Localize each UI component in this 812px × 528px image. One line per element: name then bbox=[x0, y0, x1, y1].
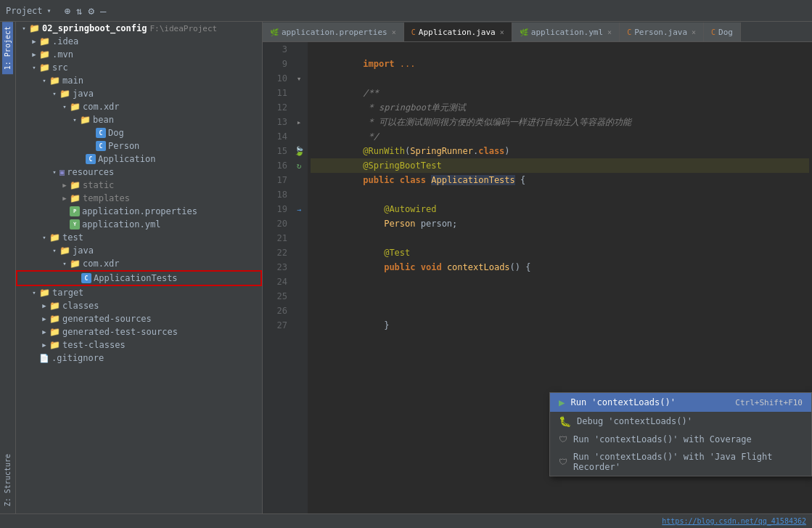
tree-static[interactable]: ▶ 📁 static bbox=[16, 179, 262, 192]
app-props-label: application.properties bbox=[82, 206, 197, 216]
structure-strip-label[interactable]: Z: Structure bbox=[2, 450, 13, 511]
tree-person[interactable]: C Person bbox=[16, 139, 262, 153]
add-icon[interactable]: ⊕ bbox=[65, 5, 70, 17]
resources-icon: ▣ bbox=[60, 167, 65, 177]
test-label: test bbox=[62, 232, 83, 243]
tree-dog[interactable]: C Dog bbox=[16, 126, 262, 139]
code-line-21: @Test bbox=[311, 231, 809, 245]
tab-app-yml[interactable]: 🌿 application.yml × bbox=[512, 23, 620, 41]
tab-yml-icon: 🌿 bbox=[520, 28, 528, 36]
tab-person-close[interactable]: × bbox=[692, 28, 696, 36]
tree-classes[interactable]: ▶ 📁 classes bbox=[16, 299, 262, 312]
classes-arrow: ▶ bbox=[39, 302, 49, 309]
ctx-run-item[interactable]: ▶ Run 'contextLoads()' Ctrl+Shift+F10 bbox=[550, 393, 811, 412]
ctx-coverage-label: Run 'contextLoads()' with Coverage bbox=[573, 434, 752, 444]
project-tree: ▾ 📁 02_springboot_config F:\ideaProject … bbox=[16, 22, 263, 513]
tree-resources[interactable]: ▾ ▣ resources bbox=[16, 166, 262, 179]
tree-app-yml[interactable]: Y application.yml bbox=[16, 218, 262, 231]
gutter-16: ↻ bbox=[293, 158, 305, 173]
tab-java-close[interactable]: × bbox=[500, 28, 504, 36]
gen-test-sources-icon: 📁 bbox=[49, 327, 60, 337]
gen-sources-arrow: ▶ bbox=[39, 315, 49, 322]
line-num-12: 12 bbox=[263, 100, 287, 115]
sort-icon[interactable]: ⇅ bbox=[76, 5, 82, 17]
test-java-arrow: ▾ bbox=[49, 247, 60, 254]
bottom-url[interactable]: https://blog.csdn.net/qq_41584362 bbox=[662, 517, 806, 525]
line-num-10: 10 bbox=[263, 71, 287, 86]
tree-src[interactable]: ▾ 📁 src bbox=[16, 61, 262, 74]
tab-app-java[interactable]: C Application.java × bbox=[404, 23, 512, 41]
test-icon: 📁 bbox=[49, 232, 60, 243]
tab-person-java[interactable]: C Person.java × bbox=[620, 23, 704, 41]
tree-java[interactable]: ▾ 📁 java bbox=[16, 87, 262, 100]
gutter-26 bbox=[293, 304, 305, 318]
minimize-icon[interactable]: — bbox=[100, 5, 106, 17]
tab-dog-java-label: Dog bbox=[718, 28, 733, 37]
tree-app-tests[interactable]: C ApplicationTests bbox=[16, 270, 262, 286]
project-strip-label[interactable]: 1: Project bbox=[2, 22, 13, 74]
settings-icon[interactable]: ⚙ bbox=[88, 5, 94, 17]
dropdown-icon[interactable]: ▾ bbox=[47, 7, 52, 15]
gutter-15: 🍃 bbox=[293, 144, 305, 158]
target-icon: 📁 bbox=[39, 288, 50, 298]
tree-gen-sources[interactable]: ▶ 📁 generated-sources bbox=[16, 312, 262, 325]
tree-root[interactable]: ▾ 📁 02_springboot_config F:\ideaProject bbox=[16, 22, 262, 35]
mvn-icon: 📁 bbox=[39, 49, 50, 60]
ctx-debug-item[interactable]: 🐛 Debug 'contextLoads()' bbox=[550, 412, 811, 431]
application-label: Application bbox=[98, 154, 155, 164]
tab-bar: 🌿 application.properties × C Application… bbox=[263, 22, 812, 42]
line-num-11: 11 bbox=[263, 86, 287, 100]
tab-props-close[interactable]: × bbox=[392, 28, 396, 36]
app-yml-icon: Y bbox=[70, 219, 80, 230]
main-content: 1: Project Z: Structure ▾ 📁 02_springboo… bbox=[0, 22, 812, 513]
test-com-xdr-arrow: ▾ bbox=[60, 260, 70, 267]
gutter: ▾ ▸ 🍃 ↻ → bbox=[293, 42, 308, 513]
tree-templates[interactable]: ▶ 📁 templates bbox=[16, 192, 262, 205]
line-num-27: 27 bbox=[263, 318, 287, 333]
tree-bean[interactable]: ▾ 📁 bean bbox=[16, 113, 262, 126]
code-line-24 bbox=[311, 275, 809, 289]
tab-app-props[interactable]: 🌿 application.properties × bbox=[263, 23, 404, 41]
gutter-14 bbox=[293, 129, 305, 144]
root-folder-icon: 📁 bbox=[29, 23, 40, 33]
tree-gen-test-sources[interactable]: ▶ 📁 generated-test-sources bbox=[16, 325, 262, 338]
tab-person-java-label: Person.java bbox=[634, 28, 687, 37]
classes-icon: 📁 bbox=[49, 301, 60, 311]
editor-area: 🌿 application.properties × C Application… bbox=[263, 22, 812, 513]
tree-idea[interactable]: ▶ 📁 .idea bbox=[16, 35, 262, 48]
tab-dog-java[interactable]: C Dog bbox=[704, 23, 741, 41]
code-line-10: /** bbox=[311, 71, 809, 86]
gutter-24 bbox=[293, 275, 305, 289]
tree-main[interactable]: ▾ 📁 main bbox=[16, 74, 262, 87]
static-label: static bbox=[83, 180, 114, 190]
tab-app-java-label: Application.java bbox=[419, 28, 496, 37]
gitignore-icon: 📄 bbox=[39, 354, 49, 363]
test-classes-label: test-classes bbox=[62, 340, 126, 350]
tree-target[interactable]: ▾ 📁 target bbox=[16, 286, 262, 299]
target-label: target bbox=[52, 288, 83, 298]
tree-mvn[interactable]: ▶ 📁 .mvn bbox=[16, 48, 262, 61]
tree-com-xdr[interactable]: ▾ 📁 com.xdr bbox=[16, 100, 262, 113]
test-classes-arrow: ▶ bbox=[39, 341, 49, 349]
tree-application[interactable]: C Application bbox=[16, 153, 262, 166]
gutter-3 bbox=[293, 42, 305, 57]
app-props-icon: P bbox=[70, 206, 80, 216]
idea-label: .idea bbox=[52, 36, 78, 46]
gitignore-label: .gitignore bbox=[52, 353, 104, 363]
tree-gitignore[interactable]: 📄 .gitignore bbox=[16, 352, 262, 365]
tree-test-classes[interactable]: ▶ 📁 test-classes bbox=[16, 338, 262, 352]
tree-test[interactable]: ▾ 📁 test bbox=[16, 231, 262, 244]
ctx-debug-label: Debug 'contextLoads()' bbox=[577, 416, 692, 426]
tab-yml-close[interactable]: × bbox=[607, 28, 612, 36]
tree-test-java[interactable]: ▾ 📁 java bbox=[16, 244, 262, 257]
tree-app-props[interactable]: P application.properties bbox=[16, 205, 262, 218]
line-num-20: 20 bbox=[263, 216, 287, 231]
ctx-coverage-item[interactable]: 🛡 Run 'contextLoads()' with Coverage bbox=[550, 431, 811, 448]
tree-test-com-xdr[interactable]: ▾ 📁 com.xdr bbox=[16, 257, 262, 270]
static-arrow: ▶ bbox=[60, 182, 70, 189]
title-icons: ⊕ ⇅ ⚙ — bbox=[65, 5, 107, 17]
ctx-flight-item[interactable]: 🛡 Run 'contextLoads()' with 'Java Flight… bbox=[550, 448, 811, 476]
context-menu: ▶ Run 'contextLoads()' Ctrl+Shift+F10 🐛 … bbox=[549, 392, 812, 476]
ctx-debug-icon: 🐛 bbox=[559, 415, 571, 427]
mvn-arrow: ▶ bbox=[29, 51, 39, 58]
